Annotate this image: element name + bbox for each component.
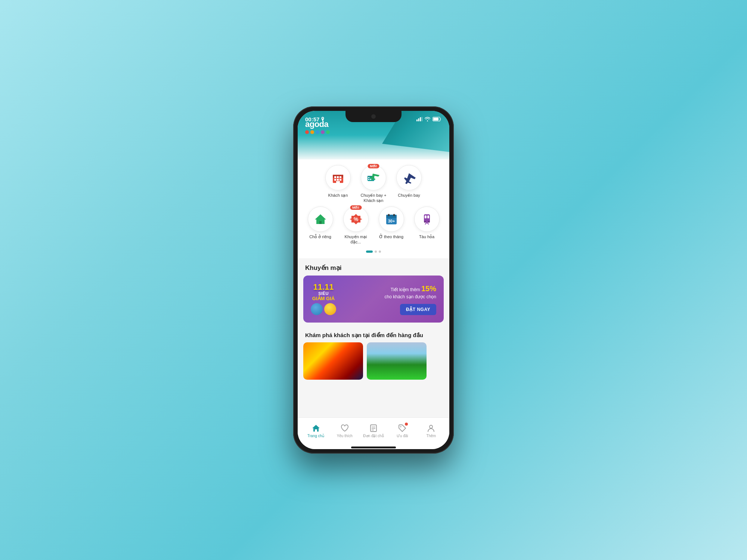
phone-screen: 00:57	[298, 111, 449, 449]
hotel-icon-circle	[325, 165, 351, 190]
long-stay-icon-circle: 30+	[379, 206, 404, 232]
hotel-icon	[331, 171, 345, 184]
train-icon-circle	[414, 206, 440, 232]
calendar-icon: 30+	[385, 213, 398, 225]
svg-point-44	[400, 426, 402, 427]
svg-line-37	[425, 223, 427, 224]
bottom-nav: Trang chủ Yêu thích	[298, 417, 449, 447]
svg-rect-28	[393, 214, 395, 216]
dot-purple	[321, 130, 325, 134]
deals-badge	[405, 423, 408, 426]
service-flight[interactable]: Chuyến bay	[392, 165, 426, 203]
deals-icon: %	[350, 213, 362, 225]
promo-right: Tiết kiệm thêm 15% cho khách sạn được ch…	[385, 283, 436, 315]
svg-text:%: %	[353, 216, 358, 222]
flight-hotel-label: Chuyến bay + Khách sạn	[357, 193, 390, 203]
nav-deals-label: Ưu đãi	[397, 434, 408, 438]
service-deals[interactable]: Mới! % Khuyến mại đặc...	[339, 206, 373, 245]
service-house[interactable]: Chỗ ở riêng	[304, 206, 337, 245]
svg-rect-22	[319, 221, 322, 224]
home-nav-icon	[311, 424, 320, 433]
nav-deals[interactable]: Ưu đãi	[391, 424, 413, 438]
promo-card[interactable]: 11.11 SIÊU GIẢM GIÁ Tiết kiệm thêm 15% c…	[303, 276, 444, 323]
service-flight-hotel[interactable]: Mới! Chuyến bay + Khách sạ	[357, 165, 390, 203]
promotions-title: Khuyến mại	[298, 258, 449, 276]
svg-line-38	[427, 223, 429, 224]
main-content[interactable]: Khách sạn Mới!	[298, 159, 449, 417]
svg-point-35	[424, 221, 426, 223]
more-nav-icon	[427, 424, 436, 433]
svg-rect-2	[420, 117, 421, 121]
promo-percent: 15%	[421, 284, 436, 293]
flight-label: Chuyến bay	[398, 193, 420, 198]
svg-rect-20	[370, 179, 371, 180]
svg-rect-5	[433, 118, 438, 121]
flight-icon	[402, 171, 416, 184]
new-badge-deals: Mới!	[350, 205, 362, 210]
service-row-2: Chỗ ở riêng Mới! % Khuyến mại đặc...	[301, 206, 446, 245]
svg-rect-13	[340, 179, 341, 181]
long-stay-label: Ở theo tháng	[379, 234, 403, 239]
svg-rect-19	[368, 179, 369, 180]
nav-more-label: Thêm	[427, 434, 436, 438]
location-icon	[321, 117, 325, 121]
nav-bookings-label: Đơn đặt chỗ	[363, 434, 384, 438]
explore-card-sunset[interactable]	[303, 342, 363, 380]
dot-red	[305, 130, 309, 134]
service-train[interactable]: Tàu hỏa	[410, 206, 444, 245]
notch	[345, 111, 402, 122]
svg-rect-32	[425, 215, 427, 218]
nav-wishlist[interactable]: Yêu thích	[334, 424, 356, 438]
phone-frame: 00:57	[293, 106, 454, 454]
explore-card-green[interactable]	[367, 342, 427, 380]
page-dot-2[interactable]	[375, 251, 377, 253]
svg-rect-10	[340, 176, 341, 178]
train-label: Tàu hỏa	[419, 234, 434, 239]
wishlist-nav-icon	[340, 424, 349, 433]
camera	[371, 114, 376, 119]
home-icon	[312, 424, 320, 432]
page-dot-3[interactable]	[379, 251, 381, 253]
svg-rect-43	[372, 430, 374, 430]
promo-1111: 11.11	[313, 283, 334, 291]
status-icons	[416, 117, 442, 121]
svg-rect-42	[372, 428, 375, 429]
home-indicator	[298, 447, 449, 449]
wifi-icon	[425, 117, 430, 121]
page-dot-1[interactable]	[366, 251, 373, 253]
service-long-stay[interactable]: 30+ Ở theo tháng	[375, 206, 408, 245]
hotel-label: Khách sạn	[328, 193, 348, 198]
dot-blue	[316, 130, 319, 134]
book-now-button[interactable]: ĐẶT NGAY	[400, 304, 436, 315]
svg-rect-33	[427, 215, 429, 218]
svg-rect-41	[372, 427, 375, 427]
deals-nav-icon	[398, 424, 407, 433]
mascot-blue	[311, 303, 323, 315]
svg-rect-1	[418, 118, 419, 121]
battery-icon	[433, 117, 442, 121]
house-icon-circle	[308, 206, 333, 232]
new-badge-flight-hotel: Mới!	[368, 164, 379, 168]
svg-rect-27	[388, 214, 390, 216]
nav-more[interactable]: Thêm	[420, 424, 442, 438]
service-hotel[interactable]: Khách sạn	[321, 165, 355, 203]
svg-rect-11	[334, 179, 336, 181]
svg-point-36	[428, 221, 430, 223]
svg-rect-3	[422, 117, 423, 121]
dot-orange	[310, 130, 314, 134]
nav-bookings[interactable]: Đơn đặt chỗ	[362, 424, 385, 438]
house-label: Chỗ ở riêng	[309, 234, 331, 239]
svg-rect-14	[336, 181, 340, 183]
nav-home[interactable]: Trang chủ	[305, 424, 327, 438]
train-icon	[421, 213, 433, 225]
dot-green	[326, 130, 330, 134]
svg-rect-0	[416, 119, 418, 121]
explore-cards[interactable]	[298, 342, 449, 380]
nav-home-label: Trang chủ	[307, 434, 324, 438]
svg-point-45	[430, 425, 433, 428]
status-time: 00:57	[305, 116, 325, 122]
deals-icon-circle: Mới! %	[343, 206, 369, 232]
bookings-nav-icon	[369, 424, 378, 433]
svg-rect-17	[368, 177, 369, 178]
service-row-1: Khách sạn Mới!	[301, 165, 446, 203]
